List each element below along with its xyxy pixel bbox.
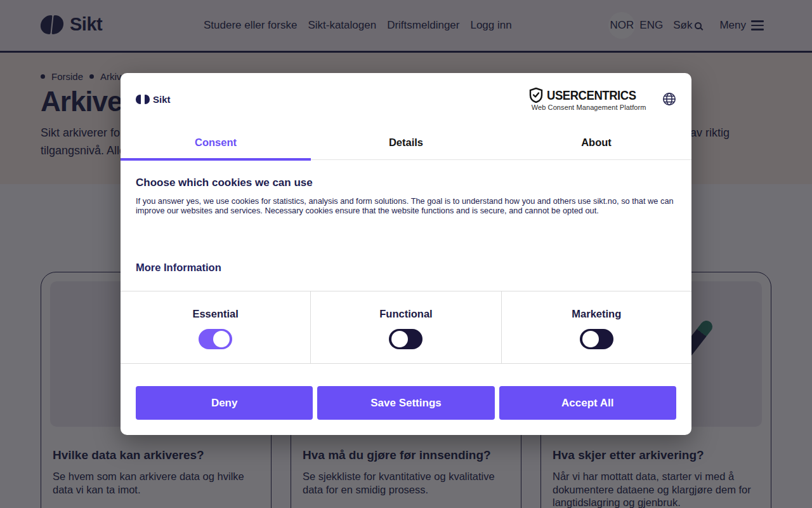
tab-details[interactable]: Details (311, 125, 501, 159)
usercentrics-subtitle: Web Consent Management Platform (532, 104, 646, 111)
cookie-categories: Essential Functional Marketing (121, 291, 691, 364)
more-information-link[interactable]: More Information (136, 262, 221, 274)
category-marketing: Marketing (501, 291, 691, 363)
consent-heading: Choose which cookies we can use (136, 177, 313, 189)
consent-description: If you answer yes, we use cookies for st… (136, 197, 676, 215)
marketing-toggle[interactable] (580, 329, 613, 349)
usercentrics-wordmark: USERCENTRICS (547, 88, 636, 103)
accept-all-button[interactable]: Accept All (499, 386, 676, 420)
page: Sikt Studere eller forske Sikt-katalogen… (0, 0, 812, 508)
sikt-logo-icon (136, 95, 141, 104)
toggle-knob (391, 331, 408, 347)
consent-dialog-header: Sikt USERCENTRICS Web Consent Management… (121, 73, 691, 125)
deny-button[interactable]: Deny (136, 386, 313, 420)
platform-branding: USERCENTRICS Web Consent Management Plat… (529, 88, 676, 111)
usercentrics-logo: USERCENTRICS Web Consent Management Plat… (529, 88, 648, 111)
sikt-logo-icon (145, 95, 150, 104)
save-settings-button[interactable]: Save Settings (317, 386, 494, 420)
usercentrics-shield-icon (529, 88, 543, 103)
category-essential: Essential (121, 291, 310, 363)
essential-toggle[interactable] (199, 329, 232, 349)
sikt-logo-text: Sikt (153, 94, 171, 105)
consent-tabs: Consent Details About (121, 125, 691, 160)
consent-body: Choose which cookies we can use If you a… (121, 160, 691, 291)
tab-consent[interactable]: Consent (121, 125, 311, 159)
category-label: Essential (192, 308, 238, 320)
functional-toggle[interactable] (389, 329, 422, 349)
consent-actions: Deny Save Settings Accept All (136, 386, 676, 420)
category-label: Functional (379, 308, 432, 320)
tab-about[interactable]: About (501, 125, 691, 159)
sikt-logo-small: Sikt (136, 94, 171, 105)
toggle-knob (213, 331, 230, 347)
globe-language-icon[interactable] (662, 92, 676, 106)
category-label: Marketing (572, 308, 621, 320)
category-functional: Functional (310, 291, 501, 363)
cookie-consent-dialog: Sikt USERCENTRICS Web Consent Management… (121, 73, 691, 435)
toggle-knob (582, 331, 599, 347)
